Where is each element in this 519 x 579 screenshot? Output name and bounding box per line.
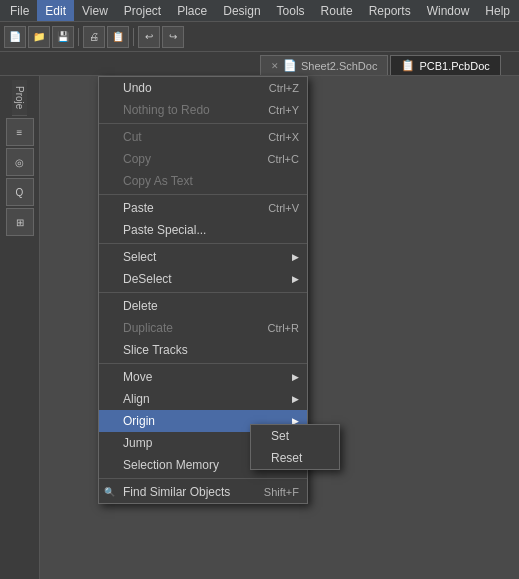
menu-select[interactable]: Select ▶ (99, 246, 307, 268)
menu-move[interactable]: Move ▶ (99, 366, 307, 388)
menu-project[interactable]: Project (116, 0, 169, 21)
tabs-bar: ✕ 📄 Sheet2.SchDoc 📋 PCB1.PcbDoc (0, 52, 519, 76)
delete-label: Delete (123, 299, 158, 313)
origin-label: Origin (123, 414, 155, 428)
main-area: Proje ≡ ◎ Q ⊞ Undo Ctrl+Z Nothing to Red… (0, 76, 519, 579)
menu-deselect[interactable]: DeSelect ▶ (99, 268, 307, 290)
duplicate-shortcut: Ctrl+R (248, 322, 299, 334)
menu-copy[interactable]: Copy Ctrl+C (99, 148, 307, 170)
menu-copy-as-text[interactable]: Copy As Text (99, 170, 307, 192)
deselect-label: DeSelect (123, 272, 172, 286)
menu-route[interactable]: Route (313, 0, 361, 21)
menu-window[interactable]: Window (419, 0, 478, 21)
menu-find-similar[interactable]: 🔍 Find Similar Objects Shift+F (99, 481, 307, 503)
set-label: Set (271, 429, 289, 443)
sidebar-btn-4[interactable]: ⊞ (6, 208, 34, 236)
cut-shortcut: Ctrl+X (248, 131, 299, 143)
sep3 (99, 243, 307, 244)
menu-file[interactable]: File (2, 0, 37, 21)
jump-label: Jump (123, 436, 152, 450)
menu-place[interactable]: Place (169, 0, 215, 21)
copy-shortcut: Ctrl+C (248, 153, 299, 165)
duplicate-label: Duplicate (123, 321, 173, 335)
sidebar-btn-2[interactable]: ◎ (6, 148, 34, 176)
redo-label: Nothing to Redo (123, 103, 210, 117)
paste-special-label: Paste Special... (123, 223, 206, 237)
sep2 (99, 194, 307, 195)
slice-tracks-label: Slice Tracks (123, 343, 188, 357)
align-label: Align (123, 392, 150, 406)
move-arrow: ▶ (292, 372, 299, 382)
paste-label: Paste (123, 201, 154, 215)
deselect-arrow: ▶ (292, 274, 299, 284)
find-similar-shortcut: Shift+F (244, 486, 299, 498)
menu-delete[interactable]: Delete (99, 295, 307, 317)
toolbar-sep1 (78, 28, 79, 46)
menu-align[interactable]: Align ▶ (99, 388, 307, 410)
toolbar-print2[interactable]: 📋 (107, 26, 129, 48)
menu-paste[interactable]: Paste Ctrl+V (99, 197, 307, 219)
copy-label: Copy (123, 152, 151, 166)
toolbar-print[interactable]: 🖨 (83, 26, 105, 48)
left-sidebar: Proje ≡ ◎ Q ⊞ (0, 76, 40, 579)
copy-text-label: Copy As Text (123, 174, 193, 188)
menu-duplicate[interactable]: Duplicate Ctrl+R (99, 317, 307, 339)
tab-pcb-label: PCB1.PcbDoc (419, 60, 489, 72)
undo-label: Undo (123, 81, 152, 95)
menu-cut[interactable]: Cut Ctrl+X (99, 126, 307, 148)
tab-pcb-icon: 📋 (401, 59, 415, 72)
menu-tools[interactable]: Tools (269, 0, 313, 21)
find-similar-label: Find Similar Objects (123, 485, 230, 499)
menu-paste-special[interactable]: Paste Special... (99, 219, 307, 241)
paste-shortcut: Ctrl+V (248, 202, 299, 214)
sep4 (99, 292, 307, 293)
menu-edit[interactable]: Edit (37, 0, 74, 21)
menu-help[interactable]: Help (477, 0, 518, 21)
tab-pcb[interactable]: 📋 PCB1.PcbDoc (390, 55, 500, 75)
submenu-set[interactable]: ✚ Set (251, 425, 339, 447)
toolbar-redo[interactable]: ↪ (162, 26, 184, 48)
menu-design[interactable]: Design (215, 0, 268, 21)
tab-schematic[interactable]: ✕ 📄 Sheet2.SchDoc (260, 55, 388, 75)
toolbar-sep2 (133, 28, 134, 46)
sidebar-btn-1[interactable]: ≡ (6, 118, 34, 146)
tab-x-btn[interactable]: ✕ (271, 61, 279, 71)
sep6 (99, 478, 307, 479)
reset-label: Reset (271, 451, 302, 465)
origin-submenu: ✚ Set Reset (250, 424, 340, 470)
select-arrow: ▶ (292, 252, 299, 262)
toolbar-undo[interactable]: ↩ (138, 26, 160, 48)
menubar: File Edit View Project Place Design Tool… (0, 0, 519, 22)
menu-undo[interactable]: Undo Ctrl+Z (99, 77, 307, 99)
panel-title: Proje (12, 80, 27, 116)
select-label: Select (123, 250, 156, 264)
selection-memory-label: Selection Memory (123, 458, 219, 472)
toolbar-save[interactable]: 💾 (52, 26, 74, 48)
content-area: Undo Ctrl+Z Nothing to Redo Ctrl+Y Cut C… (40, 76, 519, 579)
menu-reports[interactable]: Reports (361, 0, 419, 21)
menu-nothing-to-redo[interactable]: Nothing to Redo Ctrl+Y (99, 99, 307, 121)
tab-sch-icon: 📄 (283, 59, 297, 72)
menu-slice-tracks[interactable]: Slice Tracks (99, 339, 307, 361)
align-arrow: ▶ (292, 394, 299, 404)
menu-view[interactable]: View (74, 0, 116, 21)
cut-label: Cut (123, 130, 142, 144)
toolbar: 📄 📁 💾 🖨 📋 ↩ ↪ (0, 22, 519, 52)
toolbar-open[interactable]: 📁 (28, 26, 50, 48)
sidebar-btn-3[interactable]: Q (6, 178, 34, 206)
move-label: Move (123, 370, 152, 384)
redo-shortcut: Ctrl+Y (248, 104, 299, 116)
find-icon: 🔍 (104, 487, 115, 497)
toolbar-new[interactable]: 📄 (4, 26, 26, 48)
tab-sch-label: Sheet2.SchDoc (301, 60, 377, 72)
undo-shortcut: Ctrl+Z (249, 82, 299, 94)
sep1 (99, 123, 307, 124)
sep5 (99, 363, 307, 364)
submenu-reset[interactable]: Reset (251, 447, 339, 469)
